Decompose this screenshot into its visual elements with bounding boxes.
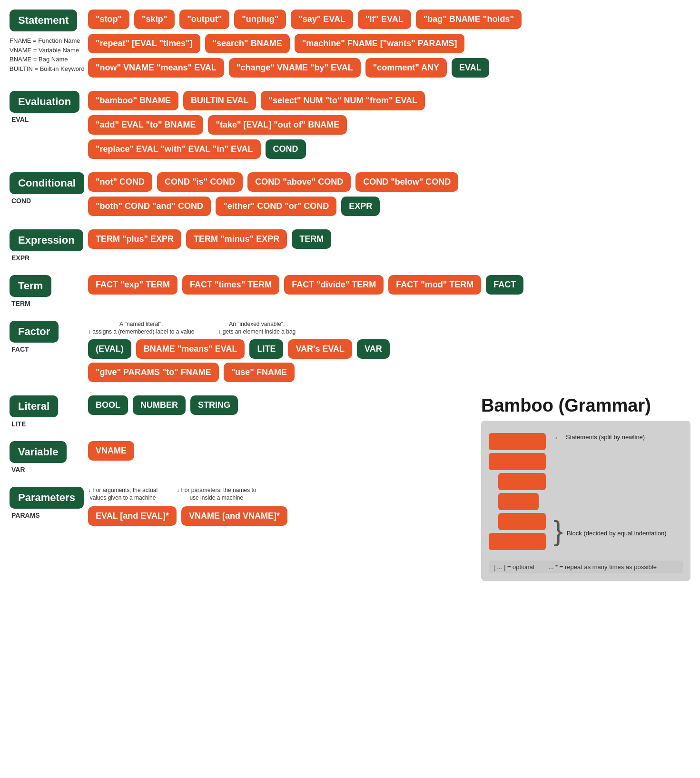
literal-sub: LITE: [10, 420, 26, 428]
conditional-row-2: "both" COND "and" COND "either" COND "or…: [88, 197, 690, 216]
left-entries: Literal LITE BOOL NUMBER STRING Variable…: [10, 395, 467, 526]
diagram-box: ← Statements (split by newline) } Block …: [481, 421, 690, 581]
token-cond-is-cond: COND "is" COND: [157, 172, 243, 192]
token-change-vname: "change" VNAME "by" EVAL: [229, 58, 361, 78]
expression-sub: EXPR: [10, 254, 30, 262]
token-var: VAR: [357, 339, 390, 359]
token-stop: "stop": [88, 10, 129, 29]
diag-block-6: [489, 533, 546, 550]
vname-param-note: ↓ For parameters; the names touse inside…: [177, 487, 256, 502]
statements-annotation: ← Statements (split by newline): [553, 433, 683, 443]
diag-block-2: [489, 453, 546, 470]
factor-row-1: (EVAL) BNAME "means" EVAL LITE VAR's EVA…: [88, 339, 690, 359]
token-term-plus-expr: TERM "plus" EXPR: [88, 229, 181, 249]
evaluation-row-1: "bamboo" BNAME BUILTIN EVAL "select" NUM…: [88, 91, 690, 110]
diag-block-5: [498, 513, 546, 530]
evaluation-label: Evaluation: [10, 91, 79, 113]
token-take-eval-out: "take" [EVAL] "out of" BNAME: [208, 115, 347, 135]
token-fact-term: FACT: [486, 275, 523, 295]
token-vname-and-vname: VNAME [and VNAME]*: [181, 506, 287, 526]
literal-label: Literal: [10, 395, 58, 417]
conditional-tokens: "not" COND COND "is" COND COND "above" C…: [88, 172, 690, 216]
token-select-num: "select" NUM "to" NUM "from" EVAL: [261, 91, 425, 110]
token-add-eval-to-bname: "add" EVAL "to" BNAME: [88, 115, 203, 135]
block-annotation: } Block (decided by equal indentation): [553, 524, 683, 542]
statement-row: Statement FNAME = Function Name VNAME = …: [10, 10, 690, 78]
token-eval-and-eval: EVAL [and EVAL]*: [88, 506, 177, 526]
token-fact-divide-term: FACT "divide" TERM: [284, 275, 384, 295]
grammar-container: Statement FNAME = Function Name VNAME = …: [10, 10, 690, 581]
token-skip: "skip": [134, 10, 175, 29]
token-output: "output": [179, 10, 229, 29]
token-string: STRING: [190, 395, 238, 415]
statement-tokens: "stop" "skip" "output" "unplug" "say" EV…: [88, 10, 690, 78]
literal-row-1: BOOL NUMBER STRING: [88, 395, 467, 415]
variable-tokens: VNAME: [88, 441, 467, 461]
factor-label: Factor: [10, 321, 59, 343]
term-label-col: Term TERM: [10, 275, 88, 307]
token-fact-exp-term: FACT "exp" TERM: [88, 275, 177, 295]
conditional-sub: COND: [10, 197, 31, 205]
bamboo-title: Bamboo (Grammar): [481, 395, 690, 416]
bamboo-diagram: Bamboo (Grammar) ← Statements (s: [481, 395, 690, 581]
diagram-footer: [ ... ] = optional ... * = repeat as man…: [489, 561, 683, 573]
token-bname-means-eval: BNAME "means" EVAL: [136, 339, 245, 359]
evaluation-label-col: Evaluation EVAL: [10, 91, 88, 123]
token-term-expr: TERM: [292, 229, 331, 249]
conditional-row-1: "not" COND COND "is" COND COND "above" C…: [88, 172, 690, 192]
token-vars-eval: VAR's EVAL: [288, 339, 352, 359]
factor-row-2: "give" PARAMS "to" FNAME "use" FNAME: [88, 363, 690, 382]
evaluation-row-2: "add" EVAL "to" BNAME "take" [EVAL] "out…: [88, 115, 690, 135]
token-eval-paren: (EVAL): [88, 339, 131, 359]
diag-block-1: [489, 433, 546, 450]
token-bamboo-bname: "bamboo" BNAME: [88, 91, 178, 110]
footer-optional: [ ... ] = optional: [493, 563, 534, 571]
expression-label-col: Expression EXPR: [10, 229, 88, 262]
expression-row-1: TERM "plus" EXPR TERM "minus" EXPR TERM: [88, 229, 690, 249]
parameters-label: Parameters: [10, 487, 84, 509]
conditional-label-col: Conditional COND: [10, 172, 88, 205]
expression-tokens: TERM "plus" EXPR TERM "minus" EXPR TERM: [88, 229, 690, 249]
token-give-params-to-fname: "give" PARAMS "to" FNAME: [88, 363, 219, 382]
token-cond-eval: COND: [266, 139, 306, 159]
parameters-row: Parameters PARAMS ↓ For arguments; the a…: [10, 487, 467, 526]
evaluation-row-3: "replace" EVAL "with" EVAL "in" EVAL CON…: [88, 139, 690, 159]
statement-label: Statement: [10, 10, 77, 31]
conditional-row: Conditional COND "not" COND COND "is" CO…: [10, 172, 690, 216]
literal-tokens: BOOL NUMBER STRING: [88, 395, 467, 415]
variable-row-1: VNAME: [88, 441, 467, 461]
token-cond-below-cond: COND "below" COND: [355, 172, 458, 192]
token-machine-fname: "machine" FNAME ["wants" PARAMS]: [295, 34, 465, 53]
literal-label-col: Literal LITE: [10, 395, 88, 428]
statement-row-3: "now" VNAME "means" EVAL "change" VNAME …: [88, 58, 690, 78]
parameters-row-1: EVAL [and EVAL]* VNAME [and VNAME]*: [88, 506, 467, 526]
token-comment-any: "comment" ANY: [365, 58, 447, 78]
diagram-blocks: [489, 428, 546, 555]
eval-param-note: ↓ For arguments; the actualvalues given …: [88, 487, 158, 502]
evaluation-sub: EVAL: [10, 116, 29, 123]
diagram-inner: ← Statements (split by newline) } Block …: [489, 428, 683, 555]
legend-text: FNAME = Function Name VNAME = Variable N…: [10, 36, 85, 73]
token-vname: VNAME: [88, 441, 134, 461]
expression-row: Expression EXPR TERM "plus" EXPR TERM "m…: [10, 229, 690, 262]
token-eval-stmt: EVAL: [452, 58, 489, 78]
token-bool: BOOL: [88, 395, 128, 415]
indexed-var-note: An "indexed variable":↓ gets an element …: [218, 321, 296, 335]
parameters-tokens: ↓ For arguments; the actualvalues given …: [88, 487, 467, 526]
token-if-eval: "if" EVAL: [358, 10, 411, 29]
term-row: Term TERM FACT "exp" TERM FACT "times" T…: [10, 275, 690, 307]
token-builtin-eval: BUILTIN EVAL: [183, 91, 256, 110]
factor-sub: FACT: [10, 345, 29, 353]
variable-label: Variable: [10, 441, 67, 463]
parameters-label-col: Parameters PARAMS: [10, 487, 88, 519]
evaluation-tokens: "bamboo" BNAME BUILTIN EVAL "select" NUM…: [88, 91, 690, 159]
evaluation-row: Evaluation EVAL "bamboo" BNAME BUILTIN E…: [10, 91, 690, 159]
statement-label-col: Statement FNAME = Function Name VNAME = …: [10, 10, 88, 73]
token-repeat: "repeat" [EVAL "times"]: [88, 34, 200, 53]
term-label: Term: [10, 275, 51, 297]
expression-label: Expression: [10, 229, 83, 251]
token-both-cond: "both" COND "and" COND: [88, 197, 211, 216]
term-tokens: FACT "exp" TERM FACT "times" TERM FACT "…: [88, 275, 690, 295]
token-either-cond: "either" COND "or" COND: [216, 197, 336, 216]
bottom-section: Literal LITE BOOL NUMBER STRING Variable…: [10, 395, 690, 581]
